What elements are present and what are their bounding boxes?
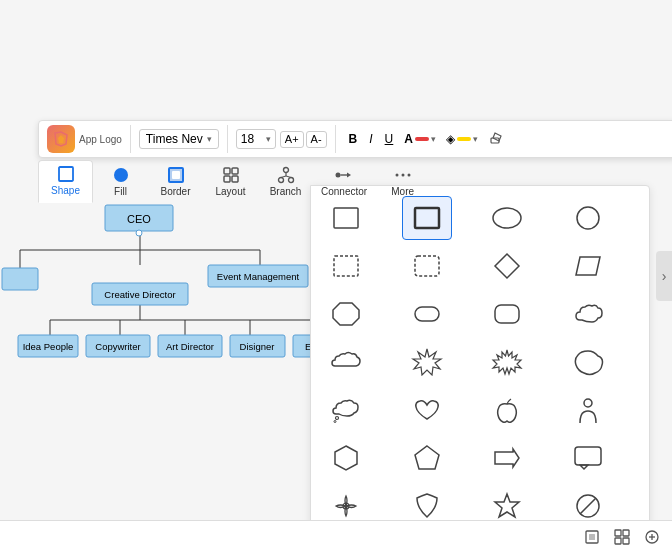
more-tab-label: More (391, 186, 414, 197)
shape-arrow-box[interactable] (482, 436, 532, 480)
svg-rect-48 (334, 256, 358, 276)
shape-parallelogram[interactable] (563, 244, 613, 288)
shape-apple[interactable] (482, 388, 532, 432)
zoom-button[interactable] (640, 525, 664, 549)
svg-text:Copywriter: Copywriter (95, 341, 140, 352)
tab-connector[interactable]: Connector (313, 162, 375, 203)
font-size-increase[interactable]: A+ (280, 131, 304, 148)
svg-rect-53 (415, 307, 439, 321)
shape-cloud2[interactable] (321, 340, 371, 384)
svg-text:Creative Director: Creative Director (104, 289, 175, 300)
svg-marker-52 (333, 303, 359, 325)
bold-button[interactable]: B (344, 130, 363, 148)
tab-more[interactable]: More (375, 162, 430, 203)
layout-tab-icon (222, 166, 240, 184)
shape-stadium[interactable] (402, 292, 452, 336)
shape-cloud[interactable] (563, 292, 613, 336)
generate-label: App Logo (79, 134, 122, 145)
shape-burst2[interactable] (482, 340, 532, 384)
font-color-button[interactable]: A ▾ (400, 130, 440, 148)
shape-callout[interactable] (563, 436, 613, 480)
svg-rect-27 (172, 171, 180, 179)
shape-diamond[interactable] (482, 244, 532, 288)
svg-text:Event Management: Event Management (217, 271, 300, 282)
svg-rect-30 (224, 176, 230, 182)
underline-button[interactable]: U (380, 130, 399, 148)
shape-dashed-rect2[interactable] (402, 244, 452, 288)
svg-rect-31 (232, 176, 238, 182)
svg-marker-22 (493, 133, 501, 141)
svg-point-57 (336, 417, 339, 420)
svg-rect-23 (59, 167, 73, 181)
shape-pentagon[interactable] (402, 436, 452, 480)
connector-tab-label: Connector (321, 186, 367, 197)
shape-blob[interactable] (563, 340, 613, 384)
shape-tab-label: Shape (51, 185, 80, 196)
shape-thought[interactable] (321, 388, 371, 432)
svg-marker-61 (415, 446, 439, 469)
collapse-button[interactable]: › (656, 251, 672, 301)
svg-text:Idea People: Idea People (23, 341, 74, 352)
font-name-arrow: ▾ (207, 134, 212, 144)
svg-rect-29 (232, 168, 238, 174)
divider-2 (227, 125, 228, 153)
svg-point-38 (336, 173, 341, 178)
svg-point-47 (577, 207, 599, 229)
svg-line-36 (281, 176, 286, 178)
shape-hexagon[interactable] (321, 436, 371, 480)
shape-panel (310, 185, 650, 539)
highlight-arrow: ▾ (473, 134, 478, 144)
more-tab-icon (394, 166, 412, 184)
svg-marker-60 (335, 446, 357, 470)
svg-point-46 (493, 208, 521, 228)
tab-shape[interactable]: Shape (38, 160, 93, 203)
text-size-buttons: A+ A- (280, 131, 327, 148)
bottom-bar (0, 520, 672, 552)
shapes-grid (321, 196, 639, 528)
svg-marker-56 (493, 350, 521, 374)
connector-tab-icon (335, 166, 353, 184)
grid-icon (614, 529, 630, 545)
shape-burst[interactable] (402, 340, 452, 384)
italic-button[interactable]: I (364, 130, 377, 148)
svg-rect-44 (334, 208, 358, 228)
svg-point-58 (334, 421, 336, 423)
style-button[interactable] (484, 129, 508, 150)
app-logo (47, 125, 75, 153)
format-buttons: B I U A ▾ ◈ ▾ (344, 129, 508, 150)
shape-person[interactable] (563, 388, 613, 432)
shape-tab-icon (57, 165, 75, 183)
svg-point-42 (401, 174, 404, 177)
highlight-button[interactable]: ◈ ▾ (442, 130, 482, 148)
font-size-select[interactable]: 18 ▾ (236, 129, 276, 149)
font-color-arrow: ▾ (431, 134, 436, 144)
svg-text:CEO: CEO (127, 213, 151, 225)
svg-rect-28 (224, 168, 230, 174)
svg-line-67 (580, 498, 596, 514)
tab-bar: Shape Fill Border Layout (38, 160, 672, 203)
svg-rect-45 (415, 208, 439, 228)
tab-border[interactable]: Border (148, 162, 203, 203)
shape-dashed-rect[interactable] (321, 244, 371, 288)
fit-button[interactable] (580, 525, 604, 549)
grid-button[interactable] (610, 525, 634, 549)
font-name-select[interactable]: Times Nev ▾ (139, 129, 219, 149)
svg-text:Disigner: Disigner (240, 341, 275, 352)
font-size-value: 18 (241, 132, 254, 146)
tab-layout[interactable]: Layout (203, 162, 258, 203)
font-size-decrease[interactable]: A- (306, 131, 327, 148)
shape-rounded-rect[interactable] (482, 292, 532, 336)
eraser-icon (489, 131, 503, 145)
left-node (2, 268, 38, 290)
tab-branch[interactable]: Branch (258, 162, 313, 203)
layout-tab-label: Layout (215, 186, 245, 197)
svg-rect-69 (589, 534, 595, 540)
font-name-value: Times Nev (146, 132, 203, 146)
divider-1 (130, 125, 131, 153)
svg-rect-54 (495, 305, 519, 323)
shape-octagon[interactable] (321, 292, 371, 336)
shape-heart[interactable] (402, 388, 452, 432)
font-size-arrow: ▾ (266, 134, 271, 144)
tab-fill[interactable]: Fill (93, 162, 148, 203)
border-tab-label: Border (160, 186, 190, 197)
